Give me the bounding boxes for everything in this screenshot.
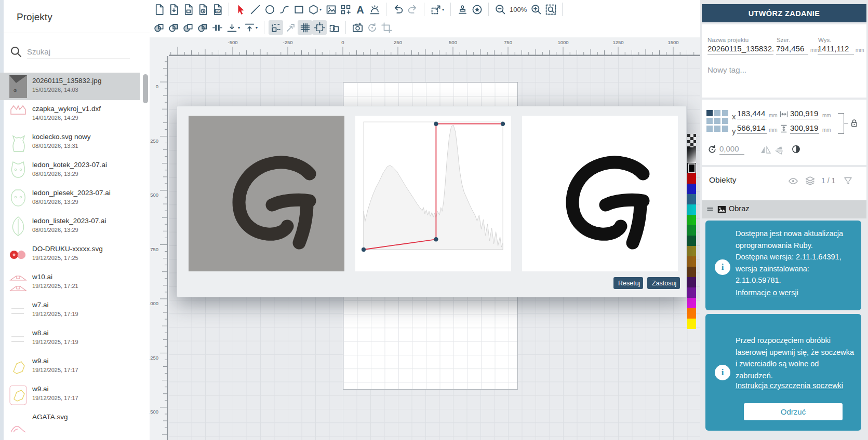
rotation-input[interactable] [719, 143, 744, 155]
palette-swatch-15[interactable] [687, 287, 696, 298]
anchor-cell-3[interactable] [722, 110, 728, 116]
ellipse-tool-button-icon[interactable] [262, 2, 277, 17]
project-item-2[interactable]: czapka_wykroj_v1.dxf14/01/2026, 14:29 [0, 101, 140, 128]
flip-horizontal-icon[interactable] [760, 145, 771, 155]
lens-instruction-link[interactable]: Instrukcja czyszczenia soczewki [736, 381, 843, 390]
engrave-effect-button-icon[interactable] [367, 2, 382, 17]
palette-swatch-1[interactable] [687, 134, 696, 147]
flip-vertical-icon[interactable] [774, 145, 785, 155]
palette-swatch-7[interactable] [687, 204, 696, 215]
palette-swatch-6[interactable] [687, 194, 696, 204]
anchor-cell-6[interactable] [722, 118, 728, 124]
anchor-cell-7[interactable] [706, 126, 713, 132]
favorites-button-icon[interactable] [470, 2, 484, 17]
invert-icon[interactable] [791, 144, 801, 154]
show-grid-toggle-icon[interactable] [298, 20, 312, 35]
intersect-button-icon[interactable] [195, 20, 210, 35]
curve-tool-button-icon[interactable] [277, 2, 291, 17]
weld-button-icon[interactable] [152, 20, 166, 35]
export-svg-button-icon[interactable]: SVG [210, 2, 224, 17]
search-input[interactable] [27, 45, 130, 59]
undo-button-icon[interactable] [391, 2, 405, 17]
stamp-tool-button-icon[interactable] [455, 2, 470, 17]
crop-tool-button-icon[interactable] [379, 20, 394, 35]
snap-center-toggle-icon[interactable] [312, 20, 327, 35]
redo-button-icon[interactable] [405, 2, 420, 17]
align-top-button-icon[interactable] [242, 20, 257, 35]
palette-swatch-11[interactable] [687, 246, 696, 256]
palette-swatch-2[interactable] [687, 147, 696, 163]
palette-swatch-17[interactable] [687, 308, 696, 319]
project-name-input[interactable] [707, 43, 773, 54]
project-item-13[interactable]: AGATA.svg [0, 409, 140, 436]
palette-swatch-18[interactable] [687, 319, 696, 329]
palette-swatch-4[interactable] [687, 173, 696, 184]
anchor-cell-2[interactable] [714, 110, 720, 116]
new-tag-input[interactable] [707, 64, 785, 75]
project-width-input[interactable] [776, 43, 808, 54]
curve-point-2[interactable] [434, 237, 438, 241]
reset-button[interactable]: Resetuj [613, 277, 643, 289]
anchor-cell-4[interactable] [706, 118, 713, 124]
anchor-selector[interactable] [706, 110, 729, 133]
width-input[interactable] [790, 108, 819, 119]
project-item-10[interactable]: w8.ai19/12/2025, 17:19 [0, 325, 140, 352]
align-bottom-button-icon[interactable] [224, 20, 239, 35]
canvas-grid[interactable]: Resetuj Zastosuj [169, 56, 700, 440]
flatten-button-icon[interactable] [210, 20, 224, 35]
outline-mode-button-icon[interactable] [327, 20, 341, 35]
project-item-3[interactable]: kociecko.svg nowy08/01/2026, 13:31 [0, 129, 140, 156]
palette-swatch-14[interactable] [687, 277, 696, 287]
palette-swatch-12[interactable] [687, 256, 696, 267]
import-file-button-icon[interactable] [166, 2, 181, 17]
palette-swatch-13[interactable] [687, 267, 696, 277]
apply-button[interactable]: Zastosuj [647, 277, 680, 289]
anchor-cell-5[interactable] [714, 118, 720, 124]
trim-button-icon[interactable] [166, 20, 181, 35]
project-item-8[interactable]: w10.ai19/12/2025, 17:21 [0, 269, 140, 296]
text-tool-button-icon[interactable]: A [353, 2, 367, 17]
anchor-cell-8[interactable] [714, 126, 720, 132]
palette-swatch-16[interactable] [687, 298, 696, 308]
image-tool-button-icon[interactable] [324, 2, 338, 17]
scale-handles-button-icon[interactable] [283, 20, 298, 35]
zoom-in-button-icon[interactable] [529, 2, 543, 17]
visibility-icon[interactable] [788, 176, 798, 186]
project-item-11[interactable]: w9.ai19/12/2025, 17:17 [0, 353, 140, 380]
palette-swatch-8[interactable] [687, 215, 696, 225]
transform-tool-button-icon[interactable] [429, 2, 443, 17]
save-history-button-icon[interactable] [195, 2, 210, 17]
create-job-button[interactable]: UTWÓRZ ZADANIE [702, 4, 866, 22]
camera-capture-button-icon[interactable] [350, 20, 365, 35]
object-row-image[interactable]: Obraz [702, 200, 866, 218]
line-tool-button-icon[interactable] [248, 2, 262, 17]
palette-swatch-3[interactable] [687, 163, 696, 173]
snap-edges-toggle-icon[interactable] [269, 20, 283, 35]
sidebar-scrollbar[interactable] [143, 74, 148, 103]
palette-swatch-9[interactable] [687, 225, 696, 236]
curve-point-4[interactable] [501, 122, 505, 126]
dismiss-button[interactable]: Odrzuć [744, 403, 843, 420]
save-file-button-icon[interactable] [181, 2, 195, 17]
tone-curve-editor[interactable] [355, 116, 511, 271]
y-input[interactable] [737, 122, 767, 134]
version-info-link[interactable]: Informacje o wersji [736, 288, 798, 297]
filter-icon[interactable] [843, 176, 853, 186]
anchor-cell-9[interactable] [722, 126, 728, 132]
project-item-5[interactable]: ledon_piesek_2023-07.ai08/01/2026, 13:29 [0, 185, 140, 212]
project-item-9[interactable]: w7.ai19/12/2025, 17:19 [0, 297, 140, 324]
polygon-tool-button-icon[interactable] [306, 2, 321, 17]
project-item-4[interactable]: ledon_kotek_2023-07.ai08/01/2026, 13:29 [0, 157, 140, 184]
x-input[interactable] [737, 108, 767, 119]
subtract-button-icon[interactable] [181, 20, 195, 35]
zoom-selection-button-icon[interactable] [543, 2, 558, 17]
curve-point-1[interactable] [362, 248, 366, 252]
barcode-tool-button-icon[interactable] [338, 2, 353, 17]
lock-ratio-icon[interactable] [849, 118, 859, 128]
drag-handle-icon[interactable] [706, 205, 714, 213]
anchor-cell-1[interactable] [706, 110, 713, 116]
project-item-1[interactable]: G20260115_135832.jpg15/01/2026, 14:03 [0, 73, 140, 100]
reset-rotation-button-icon[interactable] [365, 20, 379, 35]
palette-swatch-10[interactable] [687, 236, 696, 246]
rectangle-tool-button-icon[interactable] [291, 2, 306, 17]
